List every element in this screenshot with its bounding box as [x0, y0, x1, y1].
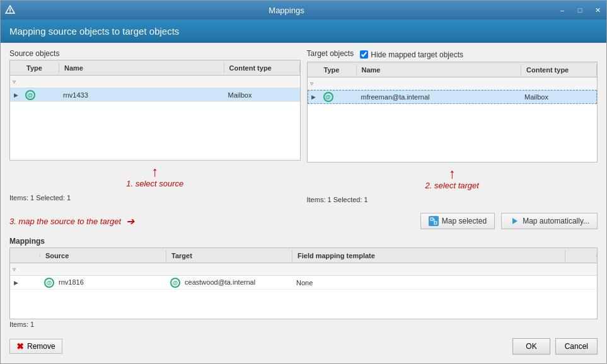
header-title: Mapping source objects to target objects — [9, 26, 179, 37]
mappings-label: Mappings — [9, 237, 598, 246]
source-table-header: Type Name Content type — [10, 60, 300, 76]
mappings-table: Source Target Field mapping template ▿ ▶… — [9, 247, 598, 319]
m-col-source: Source — [40, 250, 166, 261]
target-table-body: ▶ @ mfreeman@ta.internal Mailbox — [308, 90, 598, 162]
source-table-body: ▶ @ rnv1433 Mailbox — [10, 88, 300, 160]
target-type-cell: @ — [320, 91, 357, 103]
target-annotation: 2. select target — [425, 181, 479, 190]
map-auto-icon — [509, 216, 519, 226]
target-table-header: Type Name Content type — [308, 62, 598, 77]
mapping-action-cell — [565, 282, 597, 284]
source-col-content: Content type — [224, 62, 300, 74]
mappings-filter-row: ▿ — [10, 263, 597, 276]
target-col-content: Content type — [521, 64, 597, 76]
map-automatically-button[interactable]: Map automatically... — [501, 213, 598, 229]
remove-label: Remove — [27, 342, 55, 351]
mapping-target-type-icon: @ — [170, 278, 180, 288]
mapping-source-cell: @ rnv1816 — [40, 276, 166, 289]
map-annotation-text: 3. map the source to the target — [9, 217, 121, 226]
source-annotation: 1. select source — [126, 179, 183, 188]
hide-mapped-label[interactable]: Hide mapped target objects — [360, 50, 463, 59]
source-objects-panel: Source objects Type Name Content type ▿ … — [9, 49, 301, 205]
mapping-row-expander: ▶ — [10, 280, 21, 286]
main-content: Source objects Type Name Content type ▿ … — [1, 43, 606, 363]
target-filter-row: ▿ — [308, 77, 598, 90]
target-content-cell: Mailbox — [521, 92, 596, 102]
header-bar: Mapping source objects to target objects — [1, 20, 606, 43]
map-selected-icon — [429, 216, 439, 226]
source-filter-icon: ▿ — [13, 78, 16, 85]
map-auto-label: Map automatically... — [523, 217, 589, 225]
target-status: Items: 1 Selected: 1 — [307, 194, 598, 205]
source-table-container: Type Name Content type ▿ ▶ @ rnv1 — [9, 60, 301, 161]
titlebar-logo — [1, 5, 20, 15]
mapping-source-text: rnv1816 — [59, 278, 84, 286]
remove-icon: ✖ — [16, 341, 24, 351]
target-name-cell: mfreeman@ta.internal — [357, 92, 521, 102]
mapping-row-0[interactable]: ▶ @ rnv1816 @ ceastwood@ta.internal None — [10, 276, 597, 290]
source-content-cell: Mailbox — [224, 90, 300, 100]
source-type-icon: @ — [25, 90, 35, 100]
mappings-status: Items: 1 — [9, 319, 598, 329]
source-name-cell: rnv1433 — [59, 90, 224, 100]
target-table-container: Type Name Content type ▿ ▶ @ mfre — [307, 62, 598, 162]
svg-point-2 — [9, 12, 11, 13]
source-filter-row: ▿ — [10, 76, 300, 88]
top-panels: Source objects Type Name Content type ▿ … — [9, 49, 598, 205]
map-selected-button[interactable]: Map selected — [420, 213, 495, 229]
target-row-0[interactable]: ▶ @ mfreeman@ta.internal Mailbox — [308, 90, 598, 104]
bottom-left: ✖ Remove — [9, 339, 62, 354]
mapping-target-text: ceastwood@ta.internal — [185, 278, 255, 286]
target-col-type: Type — [319, 64, 357, 76]
svg-marker-7 — [512, 218, 517, 224]
target-type-icon: @ — [323, 92, 333, 102]
bottom-bar: ✖ Remove OK Cancel — [9, 334, 598, 357]
titlebar: Mappings – □ ✕ — [1, 1, 606, 20]
mappings-filter-icon: ▿ — [13, 266, 16, 273]
target-panel-label: Target objects — [307, 49, 354, 58]
target-objects-panel: Target objects Hide mapped target object… — [307, 49, 598, 205]
minimize-button[interactable]: – — [553, 1, 571, 20]
source-panel-label: Source objects — [9, 49, 301, 58]
source-arrow-up: ↑ — [151, 165, 158, 179]
map-arrow-right: ➔ — [126, 215, 134, 227]
main-window: Mappings – □ ✕ Mapping source objects to… — [0, 0, 607, 364]
source-row-0[interactable]: ▶ @ rnv1433 Mailbox — [10, 88, 300, 102]
target-arrow-up: ↑ — [449, 167, 456, 181]
target-row-expander: ▶ — [308, 94, 320, 100]
cancel-button[interactable]: Cancel — [555, 338, 598, 355]
source-row-expander: ▶ — [10, 92, 21, 98]
m-col-checkbox — [21, 254, 40, 258]
hide-mapped-text: Hide mapped target objects — [371, 50, 463, 59]
mappings-body: ▶ @ rnv1816 @ ceastwood@ta.internal None — [10, 276, 597, 319]
titlebar-controls: – □ ✕ — [553, 4, 606, 16]
map-annotation-area: 3. map the source to the target ➔ — [9, 215, 414, 227]
target-filter-icon: ▿ — [310, 80, 313, 87]
mapping-row-checkbox — [21, 282, 40, 284]
bottom-right: OK Cancel — [512, 338, 598, 355]
mapping-source-type-icon: @ — [44, 278, 54, 288]
hide-mapped-checkbox[interactable] — [360, 50, 368, 59]
source-type-cell: @ — [21, 89, 59, 101]
svg-rect-4 — [434, 222, 437, 224]
mapping-target-cell: @ ceastwood@ta.internal — [166, 276, 292, 289]
source-col-type: Type — [21, 62, 59, 74]
ok-label: OK — [526, 342, 536, 351]
m-col-template: Field mapping template — [292, 250, 565, 261]
maximize-button[interactable]: □ — [571, 1, 589, 20]
target-col-name: Name — [357, 64, 522, 76]
mappings-header: Source Target Field mapping template — [10, 248, 597, 263]
window-title: Mappings — [20, 6, 553, 15]
mapping-template-cell: None — [292, 278, 565, 288]
remove-button[interactable]: ✖ Remove — [9, 339, 62, 354]
svg-rect-3 — [431, 218, 433, 220]
map-actions-row: 3. map the source to the target ➔ Map se… — [9, 210, 598, 232]
cancel-label: Cancel — [565, 342, 588, 351]
source-status: Items: 1 Selected: 1 — [9, 192, 301, 203]
map-selected-label: Map selected — [442, 217, 487, 225]
m-col-action — [565, 254, 597, 258]
ok-button[interactable]: OK — [512, 338, 550, 355]
close-button[interactable]: ✕ — [589, 1, 606, 20]
m-col-target: Target — [166, 250, 292, 261]
mappings-section: Mappings Source Target Field mapping tem… — [9, 237, 598, 329]
